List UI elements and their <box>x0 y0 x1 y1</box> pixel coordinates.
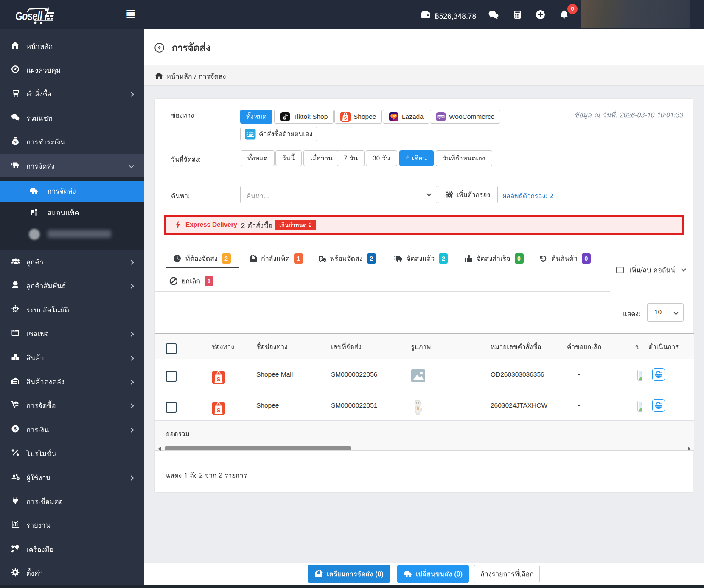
svg-text:S: S <box>344 115 347 120</box>
svg-text:S: S <box>217 407 221 414</box>
svg-text:$: $ <box>14 140 17 144</box>
svg-text:S: S <box>217 376 221 383</box>
svg-text:$: $ <box>14 426 17 431</box>
svg-text:Laz: Laz <box>392 114 397 117</box>
svg-text:WOO: WOO <box>438 115 444 118</box>
